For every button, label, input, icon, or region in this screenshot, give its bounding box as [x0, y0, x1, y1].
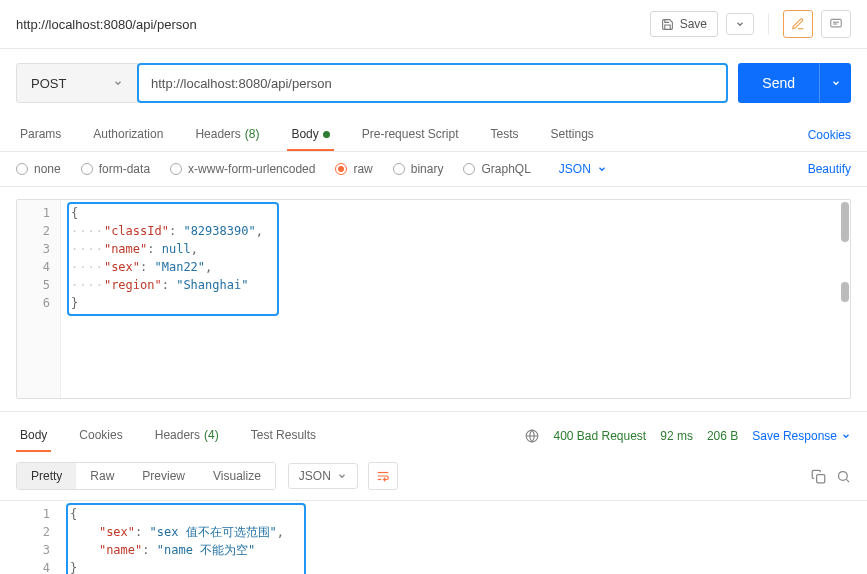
- comment-button[interactable]: [821, 10, 851, 38]
- response-tab-test-results[interactable]: Test Results: [247, 420, 320, 452]
- request-body-editor[interactable]: 1 2 3 4 5 6 { ····"classId": "82938390",…: [16, 199, 851, 399]
- body-type-none[interactable]: none: [16, 162, 61, 176]
- tab-params[interactable]: Params: [16, 119, 65, 151]
- body-type-raw[interactable]: raw: [335, 162, 372, 176]
- chevron-down-icon: [841, 431, 851, 441]
- body-indicator-dot-icon: [323, 131, 330, 138]
- svg-rect-7: [817, 474, 825, 482]
- body-type-form-data[interactable]: form-data: [81, 162, 150, 176]
- svg-line-9: [846, 479, 849, 482]
- headers-count: (8): [245, 127, 260, 141]
- send-button[interactable]: Send: [738, 63, 819, 103]
- method-select[interactable]: POST: [16, 63, 138, 103]
- tab-authorization[interactable]: Authorization: [89, 119, 167, 151]
- tab-headers[interactable]: Headers (8): [191, 119, 263, 151]
- tab-body[interactable]: Body: [287, 119, 333, 151]
- url-input[interactable]: http://localhost:8080/api/person: [137, 63, 728, 103]
- wrap-lines-button[interactable]: [368, 462, 398, 490]
- search-button[interactable]: [836, 469, 851, 484]
- radio-icon: [81, 163, 93, 175]
- response-view-group: Pretty Raw Preview Visualize: [16, 462, 276, 490]
- radio-icon: [16, 163, 28, 175]
- line-gutter: 1 2 3 4 5 6: [17, 200, 61, 398]
- save-label: Save: [680, 17, 707, 31]
- response-body-code: { "sex": "sex 值不在可选范围", "name": "name 不能…: [16, 501, 851, 574]
- pencil-icon: [791, 17, 805, 31]
- copy-icon: [811, 469, 826, 484]
- divider: [768, 13, 769, 35]
- tab-body-label: Body: [291, 127, 318, 141]
- svg-point-8: [839, 471, 848, 480]
- tab-title: http://localhost:8080/api/person: [16, 17, 650, 32]
- chevron-down-icon: [113, 78, 123, 88]
- response-body-editor[interactable]: 1 2 3 4 { "sex": "sex 值不在可选范围", "name": …: [16, 501, 851, 574]
- globe-icon[interactable]: [525, 429, 539, 443]
- response-tab-headers[interactable]: Headers (4): [151, 420, 223, 452]
- scrollbar-thumb[interactable]: [841, 282, 849, 302]
- beautify-link[interactable]: Beautify: [808, 162, 851, 176]
- radio-icon: [335, 163, 347, 175]
- scrollbar-thumb[interactable]: [841, 202, 849, 242]
- view-raw[interactable]: Raw: [76, 463, 128, 489]
- edit-button[interactable]: [783, 10, 813, 38]
- tab-headers-label: Headers: [195, 127, 240, 141]
- body-type-binary[interactable]: binary: [393, 162, 444, 176]
- save-icon: [661, 18, 674, 31]
- send-dropdown-button[interactable]: [819, 63, 851, 103]
- tab-settings[interactable]: Settings: [547, 119, 598, 151]
- save-button[interactable]: Save: [650, 11, 718, 37]
- chevron-down-icon: [735, 19, 745, 29]
- cookies-link[interactable]: Cookies: [808, 120, 851, 150]
- response-status: 400 Bad Request: [553, 429, 646, 443]
- url-value: http://localhost:8080/api/person: [151, 76, 332, 91]
- response-format-select[interactable]: JSON: [288, 463, 358, 489]
- method-value: POST: [31, 76, 66, 91]
- comment-icon: [829, 17, 843, 31]
- tab-prerequest[interactable]: Pre-request Script: [358, 119, 463, 151]
- view-pretty[interactable]: Pretty: [17, 463, 76, 489]
- body-format-select[interactable]: JSON: [559, 162, 607, 176]
- response-tab-cookies[interactable]: Cookies: [75, 420, 126, 452]
- view-visualize[interactable]: Visualize: [199, 463, 275, 489]
- save-response-link[interactable]: Save Response: [752, 429, 851, 443]
- chevron-down-icon: [597, 164, 607, 174]
- search-icon: [836, 469, 851, 484]
- response-time: 92 ms: [660, 429, 693, 443]
- wrap-icon: [376, 469, 390, 483]
- save-dropdown-button[interactable]: [726, 13, 754, 35]
- request-body-code[interactable]: { ····"classId": "82938390", ····"name":…: [17, 200, 850, 320]
- view-preview[interactable]: Preview: [128, 463, 199, 489]
- tab-tests[interactable]: Tests: [486, 119, 522, 151]
- copy-button[interactable]: [811, 469, 826, 484]
- response-size: 206 B: [707, 429, 738, 443]
- body-type-graphql[interactable]: GraphQL: [463, 162, 530, 176]
- radio-icon: [463, 163, 475, 175]
- radio-icon: [170, 163, 182, 175]
- body-type-urlencoded[interactable]: x-www-form-urlencoded: [170, 162, 315, 176]
- chevron-down-icon: [831, 78, 841, 88]
- chevron-down-icon: [337, 471, 347, 481]
- svg-rect-0: [831, 19, 842, 27]
- response-tab-body[interactable]: Body: [16, 420, 51, 452]
- radio-icon: [393, 163, 405, 175]
- line-gutter: 1 2 3 4: [16, 501, 60, 574]
- response-headers-count: (4): [204, 428, 219, 442]
